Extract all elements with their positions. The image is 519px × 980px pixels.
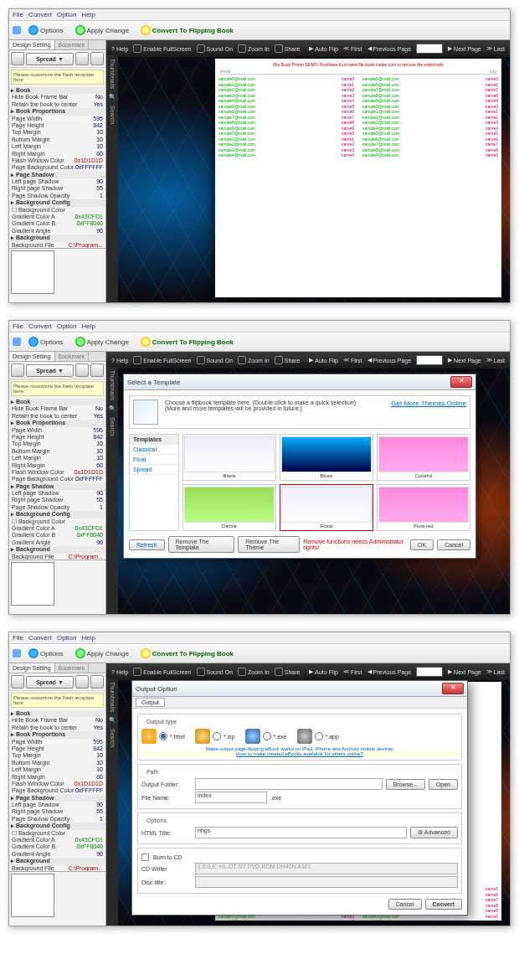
property-row[interactable]: ▸ Background Config xyxy=(10,199,105,206)
property-row[interactable]: ▸ Background xyxy=(10,546,105,553)
refresh-button[interactable]: Refresh xyxy=(129,539,165,550)
cancel-button[interactable]: Cancel xyxy=(437,539,470,550)
property-row[interactable]: Gradient Angle90 xyxy=(10,228,105,235)
nav-icon[interactable] xyxy=(13,649,21,658)
search-icon[interactable]: 🔍 xyxy=(109,405,116,412)
category-float[interactable]: Float xyxy=(130,455,178,465)
menu-file[interactable]: File xyxy=(13,634,23,642)
autoflip-button[interactable]: ▶Auto Flip xyxy=(309,357,338,364)
burn-checkbox[interactable] xyxy=(141,854,149,861)
property-row[interactable]: ▸ Book xyxy=(10,87,105,94)
radio-html[interactable]: *.html xyxy=(141,729,185,744)
get-more-themes-link[interactable]: Get More Themes Online xyxy=(391,400,466,425)
page-input[interactable]: 1 xyxy=(416,44,443,54)
first-page-button[interactable]: ≪First xyxy=(343,357,362,364)
property-row[interactable]: ▸ Background Config xyxy=(10,823,105,829)
property-row[interactable]: ▸ Background xyxy=(10,235,105,241)
menu-convert[interactable]: Convert xyxy=(28,11,52,18)
search-tab[interactable]: Search xyxy=(110,106,116,124)
autoflip-button[interactable]: ▶Auto Flip xyxy=(309,45,338,52)
ok-button[interactable]: OK xyxy=(410,539,434,550)
spread-template-button[interactable]: Spread▼ xyxy=(26,364,74,377)
category-classical[interactable]: Classical xyxy=(130,445,178,455)
property-row[interactable]: Page Shadow Opacity1 xyxy=(10,193,105,199)
property-row[interactable]: ▸ Page Shadow xyxy=(10,172,105,178)
nav-icon[interactable] xyxy=(13,338,21,346)
help-button[interactable]: ?Help xyxy=(111,669,128,675)
property-row[interactable]: ▸ Page Shadow xyxy=(10,795,105,802)
howto-link[interactable]: How to make created eBooks available for… xyxy=(141,751,458,756)
template-item-blank[interactable]: Blank xyxy=(182,434,276,481)
template-category-list[interactable]: Templates Classical Float Spread xyxy=(129,434,179,531)
page-input[interactable]: 1 xyxy=(416,355,443,365)
browse-button[interactable]: Browse... xyxy=(386,779,425,790)
property-row[interactable]: Top Margin10 xyxy=(10,129,105,136)
thumbnails-tab[interactable]: Thumbnails xyxy=(110,370,116,400)
property-row[interactable]: Retain the book to centerYes xyxy=(10,101,105,108)
property-row[interactable]: Right Margin60 xyxy=(10,774,105,781)
convert-button[interactable]: Convert To Flipping Book xyxy=(136,23,238,37)
property-row[interactable]: Gradient Color B0xFF8040 xyxy=(10,220,105,227)
property-tree[interactable]: ▸ Book Hide Book Frame BarNo Retain the … xyxy=(9,709,105,871)
property-row[interactable]: ▸ Page Shadow xyxy=(10,483,105,490)
property-row[interactable]: Bottom Margin10 xyxy=(10,137,105,143)
property-row[interactable]: Right page Shadow55 xyxy=(10,808,105,815)
next-page-button[interactable]: ▶Next Page xyxy=(448,357,481,364)
property-row[interactable]: Flash Window Color0x1D1D1D xyxy=(10,157,105,164)
menu-convert[interactable]: Convert xyxy=(28,634,52,642)
advanced-button[interactable]: ⚙ Advanced xyxy=(410,827,458,838)
prev-page-button[interactable]: ◀Previous Page xyxy=(367,668,412,675)
next-page-button[interactable]: ▶Next Page xyxy=(448,668,481,675)
cancel-button[interactable]: Cancel xyxy=(388,899,422,910)
property-row[interactable]: Gradient Angle90 xyxy=(10,851,105,858)
nav-icon[interactable] xyxy=(13,26,21,34)
property-row[interactable]: ▸ Book Proportions xyxy=(10,731,105,738)
first-page-button[interactable]: ≪First xyxy=(343,668,362,675)
apply-change-button[interactable]: Apply Change xyxy=(71,23,133,37)
property-row[interactable]: Hide Book Frame BarNo xyxy=(10,717,105,724)
menubar[interactable]: File Convert Option Help xyxy=(9,632,510,644)
property-row[interactable]: Top Margin10 xyxy=(10,441,105,447)
sound-button[interactable]: Sound On xyxy=(197,668,234,676)
html-title-input[interactable]: hhgs xyxy=(195,827,407,838)
category-spread[interactable]: Spread xyxy=(130,465,178,475)
options-button[interactable]: Options xyxy=(24,23,68,37)
property-row[interactable]: ☐ Background Color xyxy=(10,830,105,837)
tab-design-setting[interactable]: Design Setting xyxy=(9,352,55,361)
menu-help[interactable]: Help xyxy=(81,11,95,18)
close-button[interactable]: ✕ xyxy=(442,683,464,694)
search-icon[interactable]: 🔍 xyxy=(109,717,116,724)
menu-file[interactable]: File xyxy=(13,322,23,330)
tab-design-setting[interactable]: Design Setting xyxy=(9,40,55,49)
tab-bookmark[interactable]: Bookmark xyxy=(55,352,90,361)
fullscreen-button[interactable]: Enable FullScreen xyxy=(133,668,191,676)
property-row[interactable]: Page Shadow Opacity1 xyxy=(10,816,105,823)
sound-button[interactable]: Sound On xyxy=(197,44,234,53)
property-row[interactable]: Page Width595 xyxy=(10,116,105,122)
property-row[interactable]: Right Margin60 xyxy=(10,151,105,157)
property-row[interactable]: ▸ Book Proportions xyxy=(10,108,105,115)
property-row[interactable]: Gradient Color B0xFF8040 xyxy=(10,532,105,539)
remove-template-button[interactable]: Remove The Template xyxy=(168,536,235,553)
property-row[interactable]: Retain the book to centerYes xyxy=(10,725,105,731)
first-page-button[interactable]: ≪First xyxy=(343,45,362,52)
tab-output[interactable]: Output xyxy=(136,698,165,707)
disc-title-input[interactable] xyxy=(195,876,458,888)
template-item-floral[interactable]: Floral xyxy=(280,484,373,531)
property-row[interactable]: Flash Window Color0x1D1D1D xyxy=(10,469,105,476)
property-row[interactable]: Bottom Margin10 xyxy=(10,760,105,766)
property-row[interactable]: Background FileC:\Program... xyxy=(10,242,105,248)
template-import-icon[interactable] xyxy=(75,52,89,65)
menu-help[interactable]: Help xyxy=(81,634,95,642)
prev-page-button[interactable]: ◀Previous Page xyxy=(367,45,412,52)
property-row[interactable]: Page Width595 xyxy=(10,427,105,434)
fullscreen-button[interactable]: Enable FullScreen xyxy=(133,356,191,364)
property-row[interactable]: Gradient Color A0x43CFD1 xyxy=(10,525,105,532)
file-name-input[interactable]: index xyxy=(195,792,267,803)
template-import-icon[interactable] xyxy=(75,364,89,377)
property-row[interactable]: Left Margin10 xyxy=(10,766,105,773)
search-icon[interactable]: 🔍 xyxy=(109,94,116,101)
menu-file[interactable]: File xyxy=(13,11,23,18)
tab-design-setting[interactable]: Design Setting xyxy=(9,663,55,673)
template-export-icon[interactable] xyxy=(90,675,104,689)
